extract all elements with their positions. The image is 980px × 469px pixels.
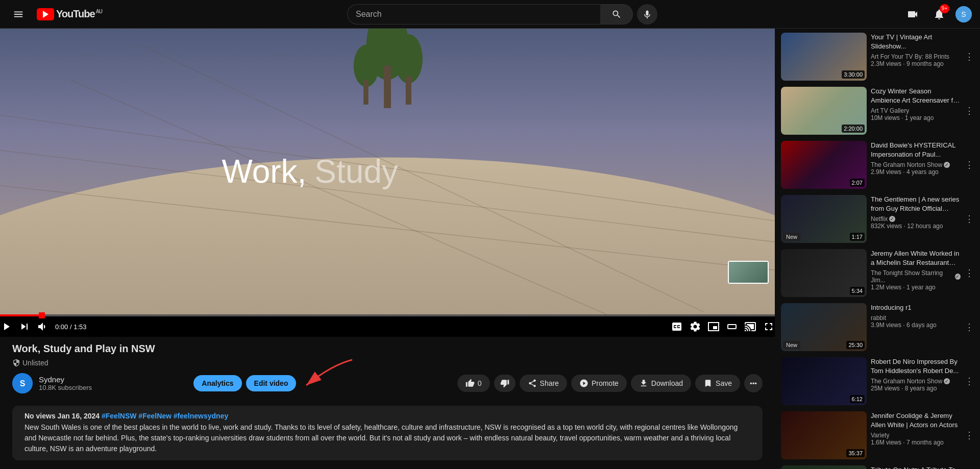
more-options-button[interactable]: ⋮ bbox=[965, 249, 974, 297]
thumbnail bbox=[781, 465, 867, 469]
edit-btn-wrapper: Edit video bbox=[246, 375, 297, 391]
channel-name: Art TV Gallery bbox=[871, 107, 961, 114]
progress-handle[interactable] bbox=[39, 312, 45, 318]
search-button[interactable] bbox=[600, 4, 633, 24]
end-card-thumbnail bbox=[728, 261, 769, 284]
video-title: Tribute On Nutz: A Tribute To The Slipnu… bbox=[871, 465, 961, 469]
more-options-button[interactable]: ⋮ bbox=[965, 303, 974, 351]
dislike-button[interactable] bbox=[494, 375, 516, 392]
thumbnail: 2:20:00 bbox=[781, 87, 867, 135]
more-options-button[interactable]: ⋮ bbox=[965, 411, 974, 459]
download-button[interactable]: Download bbox=[631, 375, 691, 392]
verified-icon: ✓ bbox=[944, 162, 950, 168]
volume-button[interactable] bbox=[37, 320, 49, 333]
view-count: 25M views · 8 years ago bbox=[871, 385, 961, 392]
video-title: Cozy Winter Season Ambience Art Screensa… bbox=[871, 87, 961, 105]
mic-button[interactable] bbox=[637, 4, 657, 24]
logo-text: YouTubeAU bbox=[56, 8, 102, 20]
sidebar: 3:30:00 Your TV | Vintage Art Slideshow.… bbox=[775, 29, 980, 469]
save-button[interactable]: Save bbox=[695, 375, 740, 392]
settings-button[interactable] bbox=[689, 320, 701, 333]
channel-name[interactable]: Sydney bbox=[39, 375, 187, 384]
channel-avatar[interactable]: S bbox=[12, 373, 33, 393]
video-meta: Unlisted bbox=[12, 359, 763, 367]
sidebar-item[interactable]: 1:17 New The Gentlemen | A new series fr… bbox=[781, 195, 974, 243]
header-right: 9+ S bbox=[902, 4, 972, 24]
sidebar-item[interactable]: 25:30 New Introducing r1 rabbit 3.9M vie… bbox=[781, 303, 974, 351]
more-options-button[interactable]: ⋮ bbox=[965, 87, 974, 135]
view-count: 2.3M views · 9 months ago bbox=[871, 60, 961, 67]
youtube-icon bbox=[37, 8, 54, 20]
controls-right bbox=[671, 320, 775, 333]
duration-badge: 5:34 bbox=[850, 287, 865, 295]
promote-button[interactable]: Promote bbox=[571, 375, 627, 392]
svg-rect-9 bbox=[363, 80, 369, 105]
logo[interactable]: YouTubeAU bbox=[37, 8, 102, 20]
more-actions-button[interactable]: ••• bbox=[744, 374, 763, 392]
sidebar-item[interactable]: Tribute On Nutz: A Tribute To The Slipnu… bbox=[781, 465, 974, 469]
description-meta: No views Jan 16, 2024 #FeelNSW #FeelNew … bbox=[24, 412, 750, 420]
channel-name: Variety bbox=[871, 432, 961, 439]
video-info: Jennifer Coolidge & Jeremy Allen White |… bbox=[871, 411, 961, 459]
play-button[interactable] bbox=[0, 320, 12, 333]
progress-bar[interactable] bbox=[0, 314, 775, 316]
sidebar-item[interactable]: 2:07 David Bowie's HYSTERICAL Impersonat… bbox=[781, 141, 974, 189]
channel-actions: Analytics Edit video bbox=[193, 375, 296, 391]
duration-badge: 6:12 bbox=[850, 395, 865, 403]
menu-button[interactable] bbox=[8, 4, 29, 24]
new-badge: New bbox=[783, 233, 800, 241]
channel-name: The Graham Norton Show ✓ bbox=[871, 378, 961, 385]
miniplayer-button[interactable] bbox=[707, 320, 720, 333]
duration-badge: 25:30 bbox=[846, 341, 865, 349]
like-button[interactable]: 0 bbox=[457, 375, 490, 392]
sidebar-item[interactable]: 35:37 Jennifer Coolidge & Jeremy Allen W… bbox=[781, 411, 974, 459]
main-layout: Work, Study bbox=[0, 29, 980, 469]
duration-badge: 3:30:00 bbox=[842, 70, 865, 79]
create-button[interactable] bbox=[902, 4, 923, 24]
video-title: The Gentlemen | A new series from Guy Ri… bbox=[871, 195, 961, 213]
analytics-button[interactable]: Analytics bbox=[193, 375, 241, 391]
search-bar bbox=[347, 4, 633, 24]
verified-icon: ✓ bbox=[944, 378, 950, 384]
subscriber-count: 10.8K subscribers bbox=[39, 384, 187, 391]
sidebar-item[interactable]: 3:30:00 Your TV | Vintage Art Slideshow.… bbox=[781, 33, 974, 81]
video-info: Jeremy Allen White Worked in a Michelin … bbox=[871, 249, 961, 297]
action-row: 0 Share Promote Download bbox=[457, 374, 763, 392]
video-section: Work, Study bbox=[0, 29, 775, 469]
search-input[interactable] bbox=[347, 4, 600, 24]
more-options-button[interactable]: ⋮ bbox=[965, 357, 974, 405]
description-hashtags[interactable]: #FeelNSW #FeelNew #feelnewsydney bbox=[102, 412, 228, 420]
fullscreen-button[interactable] bbox=[763, 320, 775, 333]
thumbnail: 2:07 bbox=[781, 141, 867, 189]
duration-badge: 2:07 bbox=[850, 179, 865, 187]
video-text-overlay: Work, Study bbox=[222, 153, 398, 190]
theater-button[interactable] bbox=[726, 320, 738, 333]
captions-button[interactable] bbox=[671, 320, 683, 333]
duration-badge: 2:20:00 bbox=[842, 125, 865, 133]
sidebar-item[interactable]: 2:20:00 Cozy Winter Season Ambience Art … bbox=[781, 87, 974, 135]
sidebar-item[interactable]: 6:12 Robert De Niro Impressed By Tom Hid… bbox=[781, 357, 974, 405]
thumbnail: 25:30 New bbox=[781, 303, 867, 351]
thumbnail: 1:17 New bbox=[781, 195, 867, 243]
video-title: David Bowie's HYSTERICAL Impersonation o… bbox=[871, 141, 961, 159]
more-options-button[interactable]: ⋮ bbox=[965, 465, 974, 469]
svg-text:S: S bbox=[20, 379, 26, 388]
thumbnail: 3:30:00 bbox=[781, 33, 867, 81]
video-info: David Bowie's HYSTERICAL Impersonation o… bbox=[871, 141, 961, 189]
cast-button[interactable] bbox=[744, 320, 756, 333]
more-options-button[interactable]: ⋮ bbox=[965, 141, 974, 189]
more-options-button[interactable]: ⋮ bbox=[965, 33, 974, 81]
more-options-button[interactable]: ⋮ bbox=[965, 195, 974, 243]
description-text: New South Wales is one of the best place… bbox=[24, 422, 750, 454]
share-button[interactable]: Share bbox=[520, 375, 567, 392]
edit-video-button[interactable]: Edit video bbox=[246, 375, 297, 391]
next-button[interactable] bbox=[18, 320, 31, 333]
video-title: Jennifer Coolidge & Jeremy Allen White |… bbox=[871, 411, 961, 430]
sidebar-item[interactable]: 5:34 Jeremy Allen White Worked in a Mich… bbox=[781, 249, 974, 297]
avatar[interactable]: S bbox=[955, 6, 972, 22]
video-info: Your TV | Vintage Art Slideshow... Art F… bbox=[871, 33, 961, 81]
view-count: 1.2M views · 1 year ago bbox=[871, 284, 961, 291]
svg-rect-5 bbox=[384, 66, 391, 108]
video-info: Introducing r1 rabbit 3.9M views · 6 day… bbox=[871, 303, 961, 351]
view-count: 832K views · 12 hours ago bbox=[871, 223, 961, 230]
